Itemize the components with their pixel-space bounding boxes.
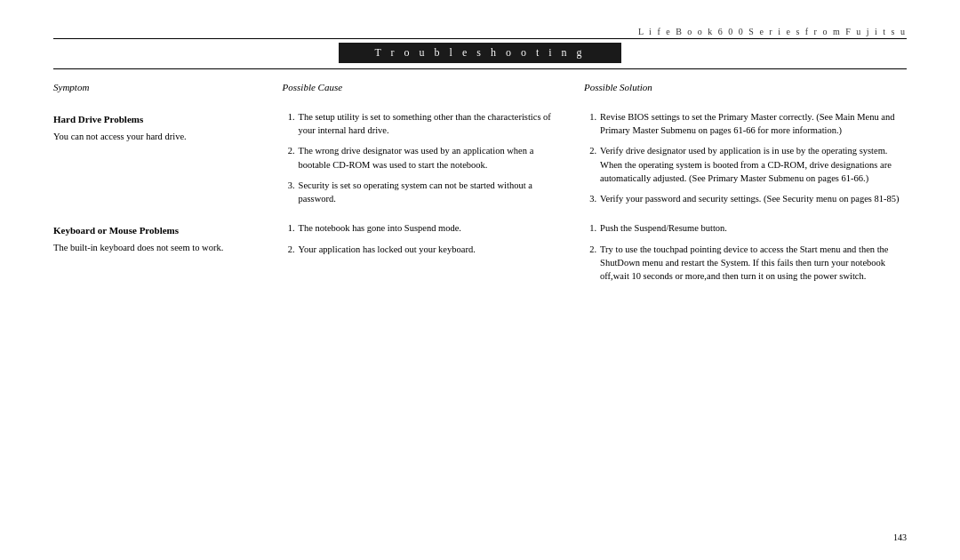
cause-column-header: Possible Cause: [283, 82, 567, 94]
page-number: 143: [893, 532, 907, 542]
hard-drive-section-row: Hard Drive Problems You can not access y…: [53, 107, 907, 212]
hard-drive-cause-cell: 1. The setup utility is set to something…: [283, 107, 585, 212]
list-num: 1.: [584, 110, 596, 137]
cause-2-text: The wrong drive designator was used by a…: [299, 144, 567, 171]
list-num: 1.: [283, 221, 295, 235]
kb-cause-2-text: Your application has locked out your key…: [299, 243, 567, 256]
list-item: 3. Security is set so operating system c…: [283, 179, 567, 205]
book-title-bar: L i f e B o o k 6 0 0 S e r i e s f r o …: [53, 27, 907, 36]
list-item: 2. Try to use the touchpad pointing devi…: [584, 243, 907, 284]
list-item: 2. The wrong drive designator was used b…: [283, 144, 567, 171]
keyboard-symptom-cell: Keyboard or Mouse Problems The built-in …: [53, 212, 283, 290]
header-title-bar: T r o u b l e s h o o t i n g: [53, 43, 907, 63]
kb-solution-1-text: Push the Suspend/Resume button.: [600, 221, 907, 235]
page-container: L i f e B o o k 6 0 0 S e r i e s f r o …: [0, 0, 960, 560]
list-num: 2.: [283, 243, 295, 256]
column-headers-row: Symptom Possible Cause Possible Solution: [53, 82, 907, 107]
list-item: 2. Verify drive designator used by appli…: [584, 144, 907, 185]
kb-cause-1-text: The notebook has gone into Suspend mode.: [299, 221, 567, 235]
list-item: 1. Revise BIOS settings to set the Prima…: [584, 110, 907, 137]
list-num: 2.: [584, 144, 596, 185]
symptom-header-cell: Symptom: [53, 82, 283, 107]
list-item: 1. Push the Suspend/Resume button.: [584, 221, 907, 235]
hard-drive-solutions-list: 1. Revise BIOS settings to set the Prima…: [584, 110, 907, 205]
content-table: Symptom Possible Cause Possible Solution…: [53, 82, 907, 290]
header-line: [53, 38, 907, 39]
keyboard-solution-cell: 1. Push the Suspend/Resume button. 2. Tr…: [584, 212, 907, 290]
hard-drive-header: Hard Drive Problems: [53, 114, 265, 124]
solution-1-text: Revise BIOS settings to set the Primary …: [600, 110, 907, 137]
hard-drive-solution-cell: 1. Revise BIOS settings to set the Prima…: [584, 107, 907, 212]
symptom-column-header: Symptom: [53, 82, 265, 94]
cause-1-text: The setup utility is set to something ot…: [299, 110, 567, 137]
list-item: 1. The notebook has gone into Suspend mo…: [283, 221, 567, 235]
solution-2-text: Verify drive designator used by applicat…: [600, 144, 907, 185]
list-num: 2.: [584, 243, 596, 284]
book-title: L i f e B o o k 6 0 0 S e r i e s f r o …: [638, 27, 907, 36]
cause-3-text: Security is set so operating system can …: [299, 179, 567, 205]
list-item: 2. Your application has locked out your …: [283, 243, 567, 256]
keyboard-solutions-list: 1. Push the Suspend/Resume button. 2. Tr…: [584, 221, 907, 283]
list-num: 3.: [283, 179, 295, 205]
keyboard-section-row: Keyboard or Mouse Problems The built-in …: [53, 212, 907, 290]
list-num: 1.: [283, 110, 295, 137]
hard-drive-symptom-text: You can not access your hard drive.: [53, 130, 265, 143]
keyboard-cause-cell: 1. The notebook has gone into Suspend mo…: [283, 212, 585, 290]
solution-header-cell: Possible Solution: [584, 82, 907, 107]
keyboard-symptom-text: The built-in keyboard does not seem to w…: [53, 241, 265, 254]
solution-column-header: Possible Solution: [584, 82, 907, 94]
keyboard-header: Keyboard or Mouse Problems: [53, 225, 265, 236]
keyboard-causes-list: 1. The notebook has gone into Suspend mo…: [283, 221, 567, 255]
cause-header-cell: Possible Cause: [283, 82, 585, 107]
kb-solution-2-text: Try to use the touchpad pointing device …: [600, 243, 907, 284]
list-item: 1. The setup utility is set to something…: [283, 110, 567, 137]
page-title: T r o u b l e s h o o t i n g: [339, 43, 620, 63]
hard-drive-symptom-cell: Hard Drive Problems You can not access y…: [53, 107, 283, 212]
list-num: 1.: [584, 221, 596, 235]
hard-drive-causes-list: 1. The setup utility is set to something…: [283, 110, 567, 205]
list-item: 3. Verify your password and security set…: [584, 192, 907, 205]
list-num: 3.: [584, 192, 596, 205]
header-bottom-line: [53, 68, 907, 69]
solution-3-text: Verify your password and security settin…: [600, 192, 907, 205]
list-num: 2.: [283, 144, 295, 171]
